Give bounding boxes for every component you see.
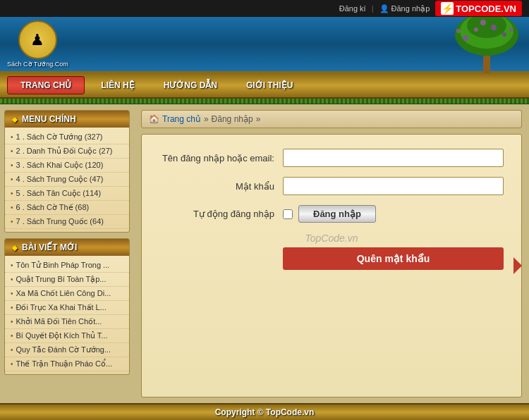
svg-point-6 xyxy=(491,25,497,30)
breadcrumb: 🏠 Trang chủ » Đăng nhập » xyxy=(141,110,522,128)
main-layout: MENU CHÍNH 1 . Sách Cờ Tướng (327) 2 . D… xyxy=(0,104,529,403)
logo-circle-icon: ♟ xyxy=(18,20,57,59)
footer-copyright: Copyright © TopCode.vn xyxy=(215,407,315,417)
sidebar-item-bv-7[interactable]: Quy Tắc Đánh Cờ Tướng... xyxy=(5,343,129,357)
topbar-login-link[interactable]: 👤 Đăng nhập xyxy=(379,4,430,13)
home-icon: 🏠 xyxy=(149,114,159,124)
sidebar-bai-viet-header: BÀI VIẾT MỚI xyxy=(5,239,129,256)
sidebar-bai-viet: BÀI VIẾT MỚI Tôn Tử Binh Pháp Trong ... … xyxy=(4,238,130,375)
breadcrumb-sep1: » xyxy=(204,114,209,124)
password-row: Mật khẩu xyxy=(159,177,504,195)
nav-trang-chu[interactable]: TRANG CHỦ xyxy=(7,76,85,94)
site-header: ♟ Sách Cờ Tướng.Com xyxy=(0,17,529,73)
username-input[interactable] xyxy=(283,149,504,167)
forgot-password-button[interactable]: Quên mật khẩu xyxy=(283,247,504,270)
topcode-brand: ⚡ TOPCODE.VN xyxy=(435,1,522,16)
sidebar-item-sach-co-the[interactable]: 6 . Sách Cờ Thế (68) xyxy=(5,201,129,215)
svg-rect-0 xyxy=(483,56,490,73)
breadcrumb-home-link[interactable]: Trang chủ xyxy=(162,114,201,124)
nav-huong-dan[interactable]: HƯỚNG DẪN xyxy=(151,77,230,94)
sidebar-item-bv-8[interactable]: Thế Trận Thuận Pháo Cổ... xyxy=(5,357,129,371)
topcode-watermark: TopCode.vn xyxy=(159,233,504,244)
sidebar-item-sach-tan-cuoc[interactable]: 5 . Sách Tân Cuộc (114) xyxy=(5,187,129,201)
nav-bar: TRANG CHỦ LIÊN HỆ HƯỚNG DẪN GIỚI THIỆU xyxy=(0,73,529,99)
register-link[interactable]: Đăng kí xyxy=(339,4,366,13)
sidebar-item-sach-khai-cuoc[interactable]: 3 . Sách Khai Cuộc (120) xyxy=(5,159,129,173)
sidebar-menu-chinh-list: 1 . Sách Cờ Tướng (327) 2 . Danh Thủ Đối… xyxy=(5,128,129,232)
sidebar-menu-chinh-title: MENU CHÍNH xyxy=(22,114,76,124)
top-bar: Đăng kí | 👤 Đăng nhập ⚡ TOPCODE.VN xyxy=(0,0,529,17)
sidebar-item-bv-2[interactable]: Quật Trung Bí Toàn Tập... xyxy=(5,273,129,287)
svg-point-4 xyxy=(463,35,468,41)
nav-gioi-thieu[interactable]: GIỚI THIỆU xyxy=(233,77,305,94)
breadcrumb-current: Đăng nhập xyxy=(212,114,253,124)
username-row: Tên đăng nhập hoặc email: xyxy=(159,149,504,167)
site-name: Sách Cờ Tướng.Com xyxy=(7,61,68,68)
login-form-box: Tên đăng nhập hoặc email: Mật khẩu Tự độ… xyxy=(141,134,522,397)
header-tree-decoration xyxy=(444,17,529,73)
auto-login-label: Tự động đăng nhập xyxy=(159,209,283,219)
sidebar-item-bv-1[interactable]: Tôn Tử Binh Pháp Trong ... xyxy=(5,259,129,273)
auto-login-right: Đăng nhập xyxy=(283,205,504,223)
top-bar-links: Đăng kí | 👤 Đăng nhập ⚡ TOPCODE.VN xyxy=(339,1,522,16)
breadcrumb-sep2: » xyxy=(256,114,261,124)
brand-name: TOPCODE.VN xyxy=(456,4,516,14)
sidebar-item-sach-trung-cuoc[interactable]: 4 . Sách Trung Cuộc (47) xyxy=(5,173,129,187)
sidebar: MENU CHÍNH 1 . Sách Cờ Tướng (327) 2 . D… xyxy=(0,104,134,403)
svg-point-10 xyxy=(480,20,486,25)
site-footer: Copyright © TopCode.vn xyxy=(0,403,529,420)
sidebar-item-sach-trung-quoc[interactable]: 7 . Sách Trung Quốc (64) xyxy=(5,215,129,229)
username-label: Tên đăng nhập hoặc email: xyxy=(159,153,283,163)
svg-point-9 xyxy=(509,27,513,32)
sidebar-item-bv-6[interactable]: Bí Quyết Đột Kích Thủ T... xyxy=(5,329,129,343)
login-button[interactable]: Đăng nhập xyxy=(298,205,376,223)
decorative-strip xyxy=(0,99,529,104)
auto-login-row: Tự động đăng nhập Đăng nhập xyxy=(159,205,504,223)
sidebar-item-bv-4[interactable]: Đối Trục Xa Khai Thất L... xyxy=(5,301,129,315)
sidebar-item-bv-5[interactable]: Khởi Mã Đối Tiên Chốt... xyxy=(5,315,129,329)
sidebar-menu-chinh: MENU CHÍNH 1 . Sách Cờ Tướng (327) 2 . D… xyxy=(4,110,130,233)
sidebar-menu-chinh-header: MENU CHÍNH xyxy=(5,111,129,128)
nav-lien-he[interactable]: LIÊN HỆ xyxy=(88,77,147,94)
content-area: 🏠 Trang chủ » Đăng nhập » Tên đăng nhập … xyxy=(134,104,529,403)
sidebar-bai-viet-title: BÀI VIẾT MỚI xyxy=(22,242,77,252)
svg-point-5 xyxy=(474,27,478,32)
brand-icon: ⚡ xyxy=(441,2,454,15)
sidebar-item-danh-thu[interactable]: 2 . Danh Thủ Đối Cuộc (27) xyxy=(5,144,129,159)
sidebar-item-bv-3[interactable]: Xa Mã Chốt Liên Công Di... xyxy=(5,287,129,301)
password-input[interactable] xyxy=(283,177,504,195)
svg-point-7 xyxy=(502,32,506,37)
password-label: Mật khẩu xyxy=(159,181,283,192)
bookmark-decoration xyxy=(513,257,522,274)
sidebar-bai-viet-list: Tôn Tử Binh Pháp Trong ... Quật Trung Bí… xyxy=(5,256,129,374)
auto-login-checkbox[interactable] xyxy=(283,209,293,219)
sidebar-item-sach-co-tuong[interactable]: 1 . Sách Cờ Tướng (327) xyxy=(5,130,129,144)
site-logo: ♟ Sách Cờ Tướng.Com xyxy=(7,20,68,68)
svg-point-8 xyxy=(456,29,461,33)
